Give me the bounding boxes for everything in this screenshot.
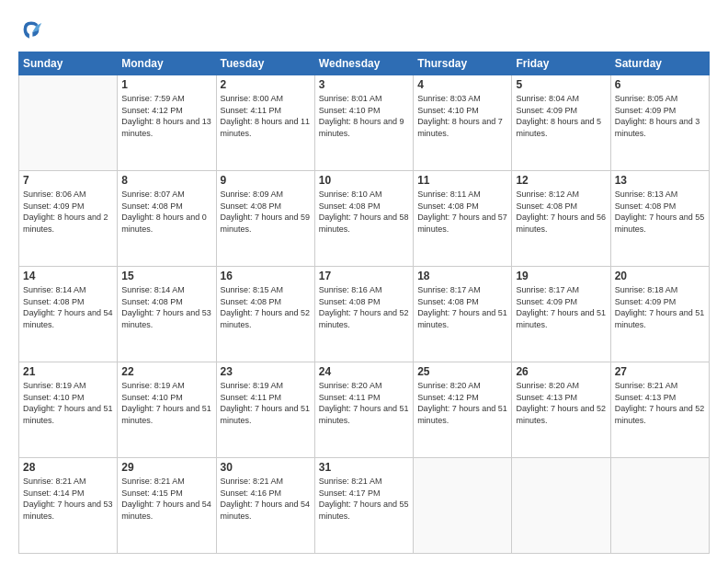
sunrise-label: Sunrise: 8:00 AM <box>221 94 284 103</box>
day-info: Sunrise: 8:07 AM Sunset: 4:08 PM Dayligh… <box>121 189 211 235</box>
sunrise-label: Sunrise: 8:11 AM <box>417 190 481 199</box>
daylight-label: Daylight: 8 hours and 7 minutes. <box>417 117 503 138</box>
sunset-label: Sunset: 4:08 PM <box>121 201 183 211</box>
daylight-label: Daylight: 7 hours and 52 minutes. <box>319 308 409 329</box>
sunrise-label: Sunrise: 8:19 AM <box>23 381 86 390</box>
weekday-header-row: SundayMondayTuesdayWednesdayThursdayFrid… <box>19 52 710 75</box>
daylight-label: Daylight: 7 hours and 51 minutes. <box>417 308 507 329</box>
daylight-label: Daylight: 7 hours and 54 minutes. <box>23 308 113 329</box>
sunset-label: Sunset: 4:09 PM <box>516 297 577 306</box>
day-number: 20 <box>615 270 705 282</box>
day-number: 13 <box>615 174 705 187</box>
daylight-label: Daylight: 7 hours and 51 minutes. <box>615 308 705 329</box>
sunset-label: Sunset: 4:08 PM <box>121 297 183 306</box>
daylight-label: Daylight: 7 hours and 51 minutes. <box>221 404 311 425</box>
calendar-cell: 20 Sunrise: 8:18 AM Sunset: 4:09 PM Dayl… <box>610 267 709 362</box>
calendar-week-1: 1 Sunrise: 7:59 AM Sunset: 4:12 PM Dayli… <box>19 75 710 171</box>
daylight-label: Daylight: 7 hours and 51 minutes. <box>319 404 409 425</box>
sunrise-label: Sunrise: 8:17 AM <box>516 285 579 294</box>
daylight-label: Daylight: 7 hours and 57 minutes. <box>417 213 507 234</box>
sunrise-label: Sunrise: 8:21 AM <box>121 477 185 486</box>
daylight-label: Daylight: 8 hours and 5 minutes. <box>516 117 601 138</box>
page: SundayMondayTuesdayWednesdayThursdayFrid… <box>0 0 728 563</box>
daylight-label: Daylight: 7 hours and 55 minutes. <box>319 500 409 521</box>
sunset-label: Sunset: 4:08 PM <box>516 201 577 211</box>
calendar-cell: 13 Sunrise: 8:13 AM Sunset: 4:08 PM Dayl… <box>610 171 709 267</box>
day-info: Sunrise: 8:13 AM Sunset: 4:08 PM Dayligh… <box>615 189 705 235</box>
weekday-header-friday: Friday <box>512 52 610 75</box>
sunset-label: Sunset: 4:13 PM <box>615 393 677 402</box>
day-number: 27 <box>615 365 705 378</box>
sunset-label: Sunset: 4:11 PM <box>319 393 381 402</box>
sunrise-label: Sunrise: 8:20 AM <box>516 381 579 390</box>
sunset-label: Sunset: 4:08 PM <box>319 201 381 211</box>
sunset-label: Sunset: 4:08 PM <box>417 201 479 211</box>
calendar-cell: 27 Sunrise: 8:21 AM Sunset: 4:13 PM Dayl… <box>610 362 709 458</box>
sunset-label: Sunset: 4:10 PM <box>417 106 479 115</box>
sunrise-label: Sunrise: 8:05 AM <box>615 94 678 103</box>
calendar-cell: 11 Sunrise: 8:11 AM Sunset: 4:08 PM Dayl… <box>414 171 512 267</box>
day-number: 29 <box>121 461 211 474</box>
sunset-label: Sunset: 4:12 PM <box>417 393 479 402</box>
day-number: 22 <box>121 365 211 378</box>
calendar-cell: 1 Sunrise: 7:59 AM Sunset: 4:12 PM Dayli… <box>118 75 216 171</box>
calendar-cell: 28 Sunrise: 8:21 AM Sunset: 4:14 PM Dayl… <box>19 458 118 554</box>
daylight-label: Daylight: 8 hours and 0 minutes. <box>121 213 207 234</box>
calendar-cell: 8 Sunrise: 8:07 AM Sunset: 4:08 PM Dayli… <box>118 171 216 267</box>
daylight-label: Daylight: 7 hours and 52 minutes. <box>615 404 705 425</box>
day-number: 1 <box>121 78 211 91</box>
day-info: Sunrise: 8:12 AM Sunset: 4:08 PM Dayligh… <box>516 189 606 235</box>
sunset-label: Sunset: 4:08 PM <box>23 297 85 306</box>
day-number: 24 <box>319 365 409 378</box>
calendar-week-5: 28 Sunrise: 8:21 AM Sunset: 4:14 PM Dayl… <box>19 458 710 554</box>
sunrise-label: Sunrise: 7:59 AM <box>121 94 185 103</box>
sunrise-label: Sunrise: 8:07 AM <box>121 190 185 199</box>
daylight-label: Daylight: 8 hours and 11 minutes. <box>221 117 311 138</box>
sunset-label: Sunset: 4:12 PM <box>121 106 183 115</box>
sunset-label: Sunset: 4:10 PM <box>23 393 85 402</box>
sunrise-label: Sunrise: 8:10 AM <box>319 190 382 199</box>
calendar-cell: 7 Sunrise: 8:06 AM Sunset: 4:09 PM Dayli… <box>19 171 118 267</box>
calendar-cell: 23 Sunrise: 8:19 AM Sunset: 4:11 PM Dayl… <box>216 362 314 458</box>
calendar-cell: 9 Sunrise: 8:09 AM Sunset: 4:08 PM Dayli… <box>216 171 314 267</box>
calendar-cell: 16 Sunrise: 8:15 AM Sunset: 4:08 PM Dayl… <box>216 267 314 362</box>
day-number: 16 <box>221 270 311 282</box>
day-number: 10 <box>319 174 409 187</box>
calendar-cell <box>414 458 512 554</box>
weekday-header-sunday: Sunday <box>19 52 118 75</box>
calendar-cell: 12 Sunrise: 8:12 AM Sunset: 4:08 PM Dayl… <box>512 171 610 267</box>
day-info: Sunrise: 8:21 AM Sunset: 4:15 PM Dayligh… <box>121 476 211 522</box>
calendar-cell: 26 Sunrise: 8:20 AM Sunset: 4:13 PM Dayl… <box>512 362 610 458</box>
day-number: 28 <box>23 461 113 474</box>
calendar-cell: 15 Sunrise: 8:14 AM Sunset: 4:08 PM Dayl… <box>118 267 216 362</box>
daylight-label: Daylight: 7 hours and 52 minutes. <box>221 308 311 329</box>
sunrise-label: Sunrise: 8:09 AM <box>221 190 284 199</box>
day-info: Sunrise: 8:16 AM Sunset: 4:08 PM Dayligh… <box>319 284 409 330</box>
day-info: Sunrise: 8:06 AM Sunset: 4:09 PM Dayligh… <box>23 189 113 235</box>
day-info: Sunrise: 8:10 AM Sunset: 4:08 PM Dayligh… <box>319 189 409 235</box>
calendar-cell: 30 Sunrise: 8:21 AM Sunset: 4:16 PM Dayl… <box>216 458 314 554</box>
day-info: Sunrise: 8:18 AM Sunset: 4:09 PM Dayligh… <box>615 284 705 330</box>
sunrise-label: Sunrise: 8:19 AM <box>221 381 284 390</box>
day-info: Sunrise: 8:00 AM Sunset: 4:11 PM Dayligh… <box>221 93 311 139</box>
weekday-header-monday: Monday <box>118 52 216 75</box>
calendar-week-2: 7 Sunrise: 8:06 AM Sunset: 4:09 PM Dayli… <box>19 171 710 267</box>
day-info: Sunrise: 8:14 AM Sunset: 4:08 PM Dayligh… <box>23 284 113 330</box>
daylight-label: Daylight: 7 hours and 52 minutes. <box>516 404 606 425</box>
sunrise-label: Sunrise: 8:15 AM <box>221 285 284 294</box>
day-number: 14 <box>23 270 113 282</box>
day-number: 5 <box>516 78 606 91</box>
calendar-cell: 24 Sunrise: 8:20 AM Sunset: 4:11 PM Dayl… <box>314 362 413 458</box>
day-number: 30 <box>221 461 311 474</box>
weekday-header-thursday: Thursday <box>414 52 512 75</box>
sunrise-label: Sunrise: 8:14 AM <box>121 285 185 294</box>
calendar-cell: 18 Sunrise: 8:17 AM Sunset: 4:08 PM Dayl… <box>414 267 512 362</box>
calendar-week-4: 21 Sunrise: 8:19 AM Sunset: 4:10 PM Dayl… <box>19 362 710 458</box>
logo <box>18 17 48 42</box>
day-info: Sunrise: 8:05 AM Sunset: 4:09 PM Dayligh… <box>615 93 705 139</box>
day-info: Sunrise: 8:01 AM Sunset: 4:10 PM Dayligh… <box>319 93 409 139</box>
day-number: 8 <box>121 174 211 187</box>
sunrise-label: Sunrise: 8:20 AM <box>319 381 382 390</box>
sunrise-label: Sunrise: 8:12 AM <box>516 190 579 199</box>
day-info: Sunrise: 8:21 AM Sunset: 4:13 PM Dayligh… <box>615 380 705 426</box>
